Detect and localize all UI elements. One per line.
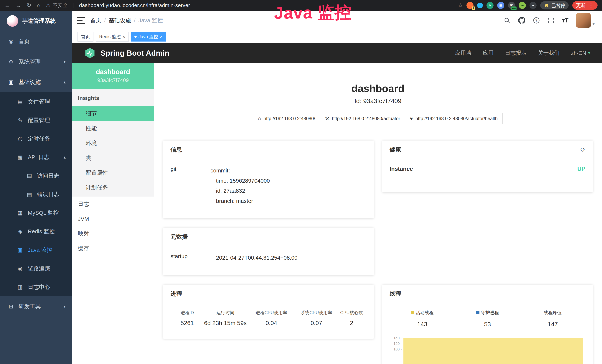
info-card-title: 信息 xyxy=(163,140,374,159)
breadcrumb: 首页 / 基础设施 / Java 监控 xyxy=(90,17,163,24)
tab-java-monitor[interactable]: Java 监控 × xyxy=(131,32,166,42)
admin-sidebar: 芋道管理系统 ◉ 首页 ⚙ 系统管理 ▾ ▣ 基础设施 ▴ ▤ 文件管理 xyxy=(0,11,72,364)
sidebar-item-file[interactable]: ▤ 文件管理 xyxy=(0,92,72,111)
sba-item-classes[interactable]: 类 xyxy=(72,150,154,165)
sidebar-item-home[interactable]: ◉ 首页 xyxy=(0,31,72,52)
fox-extension-icon[interactable]: 1 xyxy=(466,2,473,9)
col-pid: 进程ID xyxy=(171,310,204,316)
instance-header[interactable]: dashboard 93a3fc7f7409 xyxy=(72,63,154,89)
sba-item-jvm[interactable]: JVM xyxy=(72,211,154,226)
sidebar-item-job[interactable]: ◷ 定时任务 xyxy=(0,129,72,148)
profile-paused-badge[interactable]: ☻ 已暂停 xyxy=(540,1,569,10)
sba-nav-applications[interactable]: 应用 xyxy=(483,49,494,57)
sba-item-scheduled-tasks[interactable]: 计划任务 xyxy=(72,180,154,195)
link-label: http://192.168.0.2:48080/ xyxy=(264,116,315,121)
breadcrumb-infra[interactable]: 基础设施 xyxy=(109,17,131,24)
sba-item-details[interactable]: 细节 xyxy=(72,106,154,121)
pinwheel-extension-icon[interactable]: ✦ xyxy=(529,2,537,9)
sidebar-item-mysql[interactable]: ▦ MySQL 监控 xyxy=(0,203,72,222)
sba-brand[interactable]: Spring Boot Admin xyxy=(84,47,169,59)
breadcrumb-home[interactable]: 首页 xyxy=(90,17,101,24)
sidebar-item-error-log[interactable]: ▤ 错误日志 xyxy=(0,185,72,203)
sidebar-item-label: MySQL 监控 xyxy=(28,209,59,217)
security-chip[interactable]: ⚠ 不安全 xyxy=(46,2,68,9)
forward-icon[interactable]: → xyxy=(16,3,21,8)
insights-section-title: Insights xyxy=(72,89,154,106)
process-table-header: 进程ID 运行时间 进程CPU使用率 系统CPU使用率 CPU核心数 xyxy=(171,310,366,320)
database-icon: ▦ xyxy=(17,210,23,216)
history-icon[interactable]: ↺ xyxy=(580,146,585,153)
user-menu[interactable]: ▾ xyxy=(576,13,595,28)
sidebar-item-dev-tools[interactable]: ⊞ 研发工具 ▾ xyxy=(0,296,72,317)
sidebar-item-log-center[interactable]: ▥ 日志中心 xyxy=(0,278,72,296)
heartbeat-icon: ♥ xyxy=(410,116,413,121)
sba-nav-wallboard[interactable]: 应用墙 xyxy=(455,49,471,57)
font-size-icon[interactable]: тT xyxy=(562,17,569,24)
sidebar-item-label: 文件管理 xyxy=(28,98,50,106)
reload-icon[interactable]: ↻ xyxy=(27,3,31,8)
sba-item-config-props[interactable]: 配置属性 xyxy=(72,165,154,180)
legend-value: 147 xyxy=(520,321,585,328)
health-card-title: 健康 xyxy=(390,146,401,153)
locale-select[interactable]: zh-CN ▾ xyxy=(571,50,590,56)
sidebar-item-infra[interactable]: ▣ 基础设施 ▴ xyxy=(0,72,72,92)
sba-nav-about[interactable]: 关于我们 xyxy=(538,49,559,57)
process-card: 进程 进程ID 运行时间 进程CPU使用率 系统CPU使用率 CPU核心数 xyxy=(163,285,374,339)
help-icon[interactable]: ? xyxy=(533,17,540,24)
sidebar-item-api-log[interactable]: ▧ API 日志 ▴ xyxy=(0,148,72,167)
leaf-extension-icon[interactable]: ❧ xyxy=(519,2,526,9)
status-badge: UP xyxy=(577,166,585,172)
sba-item-metrics[interactable]: 性能 xyxy=(72,121,154,136)
instance-links: ⌂ http://192.168.0.2:48080/ ⚒ http://192… xyxy=(163,113,593,124)
metadata-card-title: 元数据 xyxy=(163,228,374,246)
github-icon[interactable] xyxy=(518,17,525,24)
sba-nav-journal[interactable]: 日志报表 xyxy=(505,49,527,57)
daemon-threads-swatch xyxy=(476,311,479,314)
menu-fold-icon[interactable] xyxy=(77,17,85,24)
breadcrumb-separator: / xyxy=(104,17,106,23)
sba-item-mappings[interactable]: 映射 xyxy=(72,226,154,241)
sba-item-logs[interactable]: 日志 xyxy=(72,197,154,211)
sidebar-item-redis[interactable]: ◈ Redis 监控 xyxy=(0,222,72,241)
legend-value: 53 xyxy=(455,321,520,328)
chevron-down-icon: ▾ xyxy=(64,304,66,309)
drop-extension-icon[interactable] xyxy=(477,3,483,8)
process-table-values: 5261 6d 23h 15m 59s 0.04 0.07 2 xyxy=(171,320,366,332)
search-icon[interactable] xyxy=(504,17,510,24)
metadata-startup-row: startup 2021-04-27T00:44:31.254+08:00 xyxy=(171,253,366,268)
chrome-update-button[interactable]: 更新 ⋮ xyxy=(572,1,598,10)
fullscreen-icon[interactable] xyxy=(548,17,554,24)
close-icon[interactable]: × xyxy=(123,34,125,39)
paused-label: 已暂停 xyxy=(551,2,565,9)
annotation-java-monitor: Java 监控 xyxy=(274,1,352,24)
close-icon[interactable]: × xyxy=(160,34,162,39)
kebab-menu-icon[interactable]: ⋮ xyxy=(588,2,594,9)
mail-extension-icon[interactable]: ✉ on xyxy=(508,2,515,9)
bookmark-star-icon[interactable]: ☆ xyxy=(458,3,463,8)
sba-item-environment[interactable]: 环境 xyxy=(72,136,154,150)
health-url-link[interactable]: ♥ http://192.168.0.2:48080/actuator/heal… xyxy=(405,113,503,124)
sidebar-item-label: Java 监控 xyxy=(28,246,52,254)
val-system-cpu: 0.07 xyxy=(296,320,337,327)
tab-home[interactable]: 首页 xyxy=(77,32,93,42)
document-icon: ▤ xyxy=(26,173,33,179)
address-bar[interactable]: dashboard.yudao.iocoder.cn/infra/admin-s… xyxy=(79,2,190,8)
service-url-link[interactable]: ⌂ http://192.168.0.2:48080/ xyxy=(253,113,320,124)
git-time-line: time: 1596289704000 xyxy=(210,176,366,186)
browser-home-icon[interactable]: ⌂ xyxy=(37,3,40,8)
sidebar-item-access-log[interactable]: ▤ 访问日志 xyxy=(0,167,72,185)
sidebar-item-trace[interactable]: ◉ 链路追踪 xyxy=(0,259,72,278)
sba-title: Spring Boot Admin xyxy=(100,49,169,57)
sidebar-item-label: 系统管理 xyxy=(19,58,41,66)
val-pid: 5261 xyxy=(171,320,204,327)
v-extension-icon[interactable]: V xyxy=(486,2,494,9)
sidebar-item-system[interactable]: ⚙ 系统管理 ▾ xyxy=(0,52,72,72)
actuator-url-link[interactable]: ⚒ http://192.168.0.2:48080/actuator xyxy=(320,113,405,124)
sba-item-caches[interactable]: 缓存 xyxy=(72,241,154,256)
sidebar-item-config[interactable]: ✎ 配置管理 xyxy=(0,111,72,129)
grid-extension-icon[interactable]: ▦ xyxy=(497,2,504,9)
tab-redis-monitor[interactable]: Redis 监控 × xyxy=(96,32,129,42)
sidebar-item-java[interactable]: ▣ Java 监控 xyxy=(0,241,72,259)
back-icon[interactable]: ← xyxy=(4,3,10,8)
link-label: http://192.168.0.2:48080/actuator/health xyxy=(416,116,498,121)
